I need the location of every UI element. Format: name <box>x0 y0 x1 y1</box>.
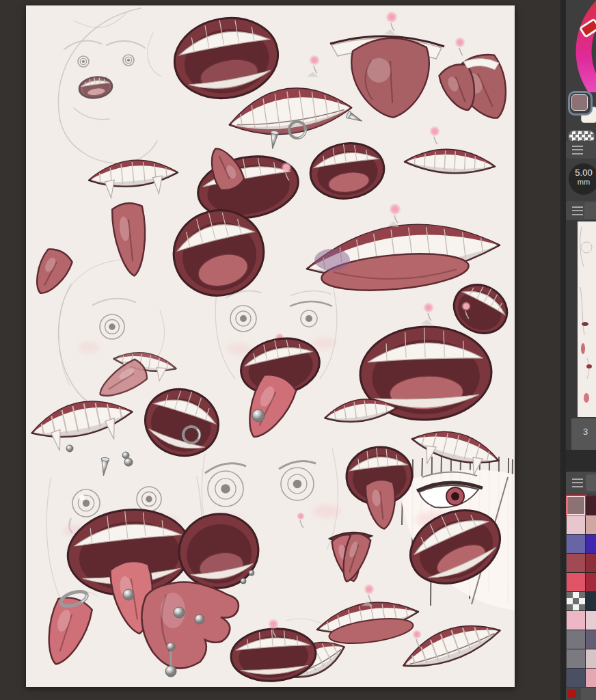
foreground-color <box>571 94 588 111</box>
palette-swatch-8-0[interactable] <box>567 649 585 668</box>
palette-swatch-9-0[interactable] <box>567 669 585 687</box>
palette-swatch-6-0[interactable] <box>567 611 585 630</box>
palette-swatch-3-1[interactable] <box>586 554 596 572</box>
color-wheel-arc <box>566 0 596 92</box>
color-panel-header <box>566 141 596 159</box>
palette-swatch-9-1[interactable] <box>586 669 596 687</box>
palette-swatch-3-0[interactable] <box>567 554 585 572</box>
palette-swatch-8-1[interactable] <box>586 649 596 668</box>
panel-tab[interactable] <box>584 202 596 219</box>
canvas-area <box>0 0 560 700</box>
palette-expand-button[interactable] <box>586 474 596 491</box>
palette-swatch-5-1[interactable] <box>586 592 596 610</box>
palette-swatch-4-1[interactable] <box>586 573 596 591</box>
brush-size-unit: mm <box>569 178 596 186</box>
palette-swatch-5-0[interactable] <box>567 592 585 610</box>
palette-swatch-4-0[interactable] <box>567 573 585 591</box>
brush-size-indicator[interactable]: 5.00 mm <box>569 163 596 195</box>
palette-swatch-7-0[interactable] <box>567 630 585 649</box>
menu-icon[interactable] <box>572 206 583 215</box>
navigator-preview <box>578 221 596 417</box>
canvas-artwork <box>26 5 515 687</box>
sidebar-bottom-bar <box>566 688 596 700</box>
palette-swatch-1-0[interactable] <box>567 515 585 534</box>
menu-icon[interactable] <box>572 146 583 154</box>
navigator-thumbnail[interactable] <box>578 221 596 417</box>
palette-swatch-0-1[interactable] <box>586 496 596 515</box>
bottom-bar-button[interactable] <box>581 688 596 700</box>
canvas-page[interactable] <box>26 5 515 687</box>
sidebar-divider <box>560 0 566 700</box>
panel-gap <box>566 450 596 472</box>
palette-swatch-1-1[interactable] <box>586 515 596 534</box>
color-palette <box>567 496 596 687</box>
tool-sidebar: 5.00 mm 3 <box>566 0 596 700</box>
navigator-panel: 3 <box>566 220 596 450</box>
palette-swatch-7-1[interactable] <box>586 630 596 649</box>
palette-swatch-2-1[interactable] <box>586 535 596 553</box>
foreground-swatch[interactable] <box>568 91 593 116</box>
palette-swatch-0-0[interactable] <box>567 496 585 515</box>
palette-swatch-2-0[interactable] <box>567 535 585 553</box>
brush-size-value: 5.00 <box>569 168 596 178</box>
menu-icon[interactable] <box>572 479 583 487</box>
palette-swatch-6-1[interactable] <box>586 611 596 630</box>
record-button[interactable] <box>568 690 576 698</box>
color-wheel[interactable] <box>566 0 596 92</box>
navigator-zoom-label: 3 <box>571 418 596 450</box>
app-window: 5.00 mm 3 <box>0 0 596 700</box>
